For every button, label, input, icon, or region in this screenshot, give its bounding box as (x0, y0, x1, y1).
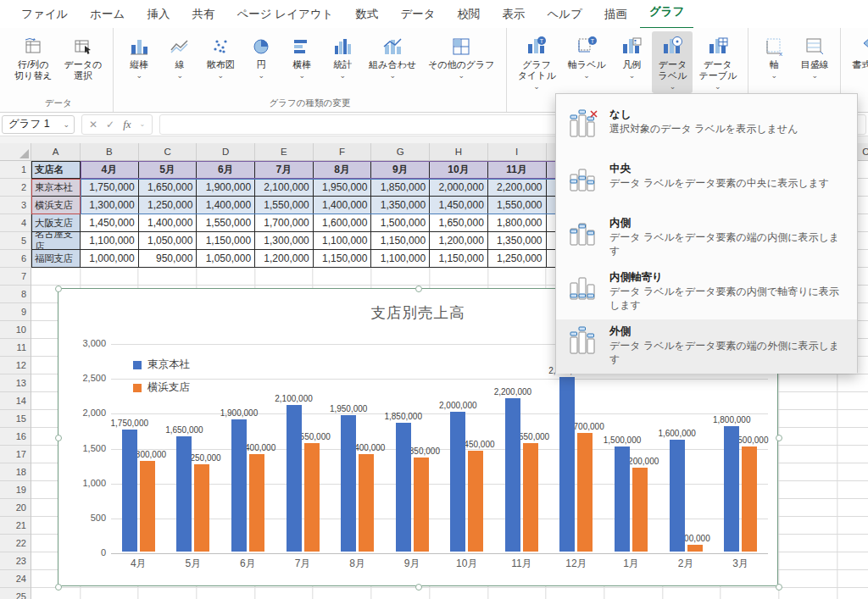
bar-東京本社-3月[interactable] (724, 426, 739, 552)
cell-value[interactable]: 1,850,000 (371, 179, 430, 197)
ribbon-tab-共有[interactable]: 共有 (182, 0, 224, 28)
selection-handle[interactable] (776, 435, 782, 441)
row-header-14[interactable]: 14 (0, 392, 31, 410)
selection-handle[interactable] (415, 286, 422, 292)
cell-value[interactable]: 1,200,000 (255, 250, 314, 268)
selection-handle[interactable] (55, 584, 62, 591)
bar-横浜支店-9月[interactable] (414, 458, 429, 552)
row-header-20[interactable]: 20 (0, 499, 31, 517)
bar-横浜支店-4月[interactable] (140, 461, 155, 552)
cell-value[interactable]: 1,650,000 (430, 214, 488, 232)
cell-value[interactable]: 1,150,000 (371, 232, 430, 250)
cell-month-header-10月[interactable]: 10月 (430, 161, 488, 179)
ribbon-button-横棒[interactable]: 横棒⌄ (281, 31, 322, 82)
ribbon-button-目盛線[interactable]: 目盛線⌄ (794, 31, 835, 82)
cell-value[interactable]: 1,300,000 (81, 197, 139, 214)
ribbon-tab-データ[interactable]: データ (391, 0, 444, 28)
row-header-8[interactable]: 8 (0, 286, 31, 303)
row-header-10[interactable]: 10 (0, 321, 31, 339)
cell-value[interactable]: 1,500,000 (371, 214, 430, 232)
cell-value[interactable]: 1,150,000 (197, 232, 255, 250)
column-header-E[interactable]: E (255, 143, 314, 160)
bar-東京本社-5月[interactable] (176, 436, 192, 552)
cell-value[interactable]: 950,000 (139, 250, 198, 268)
cell-branch-大阪支店[interactable]: 大阪支店 (31, 214, 81, 232)
row-header-2[interactable]: 2 (0, 179, 31, 197)
bar-横浜支店-7月[interactable] (304, 443, 320, 552)
cell-value[interactable]: 1,450,000 (81, 214, 139, 232)
cell-value[interactable]: 2,100,000 (255, 179, 314, 197)
select-all-corner[interactable] (0, 143, 31, 160)
cell-value[interactable]: 1,400,000 (139, 214, 198, 232)
ribbon-button-グラフタイトル[interactable]: Tグラフ タイトル⌄ (512, 31, 562, 93)
column-header-H[interactable]: H (430, 143, 488, 160)
row-header-3[interactable]: 3 (0, 197, 31, 214)
cell-value[interactable]: 1,400,000 (197, 197, 255, 214)
cell-month-header-7月[interactable]: 7月 (255, 161, 314, 179)
row-header-17[interactable]: 17 (0, 446, 31, 463)
cell-value[interactable]: 1,150,000 (430, 250, 488, 268)
cell-value[interactable]: 1,800,000 (488, 214, 547, 232)
legend-item-東京本社[interactable]: 東京本社 (133, 353, 190, 376)
ribbon-tab-グラフ[interactable]: グラフ (640, 0, 693, 30)
cell-value[interactable]: 2,000,000 (430, 179, 488, 197)
cancel-icon[interactable]: ✕ (89, 119, 97, 130)
bar-横浜支店-1月[interactable] (632, 468, 648, 552)
legend-item-横浜支店[interactable]: 横浜支店 (133, 376, 190, 399)
bar-東京本社-8月[interactable] (341, 415, 356, 552)
bar-東京本社-7月[interactable] (287, 405, 302, 552)
row-header-1[interactable]: 1 (0, 161, 31, 179)
row-header-7[interactable]: 7 (0, 268, 31, 286)
bar-横浜支店-6月[interactable] (249, 454, 264, 552)
row-header-16[interactable]: 16 (0, 428, 31, 446)
cell-A1[interactable]: 支店名 (31, 161, 81, 179)
ribbon-button-データラベル[interactable]: データ ラベル⌄ (652, 31, 693, 93)
row-header-24[interactable]: 24 (0, 570, 31, 588)
row-header-18[interactable]: 18 (0, 463, 31, 481)
bar-東京本社-9月[interactable] (396, 423, 411, 552)
cell-value[interactable]: 1,550,000 (197, 214, 255, 232)
cell-month-header-5月[interactable]: 5月 (139, 161, 198, 179)
ribbon-tab-ホーム[interactable]: ホーム (81, 0, 134, 28)
bar-東京本社-1月[interactable] (615, 446, 630, 552)
row-header-9[interactable]: 9 (0, 303, 31, 321)
cell-value[interactable]: 1,550,000 (488, 197, 547, 214)
cell-branch-東京本社[interactable]: 東京本社 (31, 179, 81, 197)
menu-item-外側[interactable]: 外側データ ラベルをデータ要素の端の外側に表示します (556, 319, 857, 374)
selection-handle[interactable] (776, 584, 782, 591)
bar-横浜支店-5月[interactable] (194, 464, 209, 552)
column-header-I[interactable]: I (488, 143, 547, 160)
cell-month-header-9月[interactable]: 9月 (371, 161, 430, 179)
selection-handle[interactable] (55, 286, 62, 292)
ribbon-button-統計[interactable]: 統計⌄ (322, 31, 363, 82)
ribbon-button-線[interactable]: 線⌄ (159, 31, 200, 82)
ribbon-button-軸ラベル[interactable]: T軸ラベル⌄ (562, 31, 612, 82)
cell-value[interactable]: 1,650,000 (139, 179, 198, 197)
bar-横浜支店-12月[interactable] (577, 433, 593, 552)
row-header-11[interactable]: 11 (0, 339, 31, 357)
cell-month-header-11月[interactable]: 11月 (488, 161, 547, 179)
bar-横浜支店-3月[interactable] (742, 446, 757, 552)
cell-value[interactable]: 1,050,000 (139, 232, 198, 250)
ribbon-button-組み合わせ[interactable]: 組み合わせ⌄ (363, 31, 422, 82)
column-header-C[interactable]: C (139, 143, 198, 160)
ribbon-button-データテーブル[interactable]: データ テーブル⌄ (693, 31, 743, 93)
menu-item-中央[interactable]: 中央データ ラベルをデータ要素の中央に表示します (556, 157, 857, 211)
cell-branch-横浜支店[interactable]: 横浜支店 (31, 197, 81, 214)
row-header-19[interactable]: 19 (0, 481, 31, 499)
cell-value[interactable]: 1,150,000 (314, 250, 372, 268)
ribbon-button-データの選択[interactable]: データの 選択 (58, 31, 108, 84)
ribbon-button-軸[interactable]: x軸⌄ (754, 31, 794, 82)
enter-icon[interactable]: ✓ (106, 119, 114, 130)
selection-handle[interactable] (55, 435, 62, 441)
name-box[interactable]: グラフ 1 ⌄ (2, 115, 75, 134)
ribbon-tab-数式[interactable]: 数式 (346, 0, 387, 28)
ribbon-tab-ページ レイアウト[interactable]: ページ レイアウト (227, 0, 342, 28)
cell-value[interactable]: 1,100,000 (81, 232, 139, 250)
ribbon-button-散布図[interactable]: 散布図⌄ (200, 31, 241, 82)
ribbon-button-凡例[interactable]: 凡例⌄ (611, 31, 652, 82)
cell-value[interactable]: 1,600,000 (314, 214, 372, 232)
cell-value[interactable]: 1,100,000 (371, 250, 430, 268)
column-header-B[interactable]: B (81, 143, 139, 160)
bar-横浜支店-11月[interactable] (523, 443, 538, 552)
